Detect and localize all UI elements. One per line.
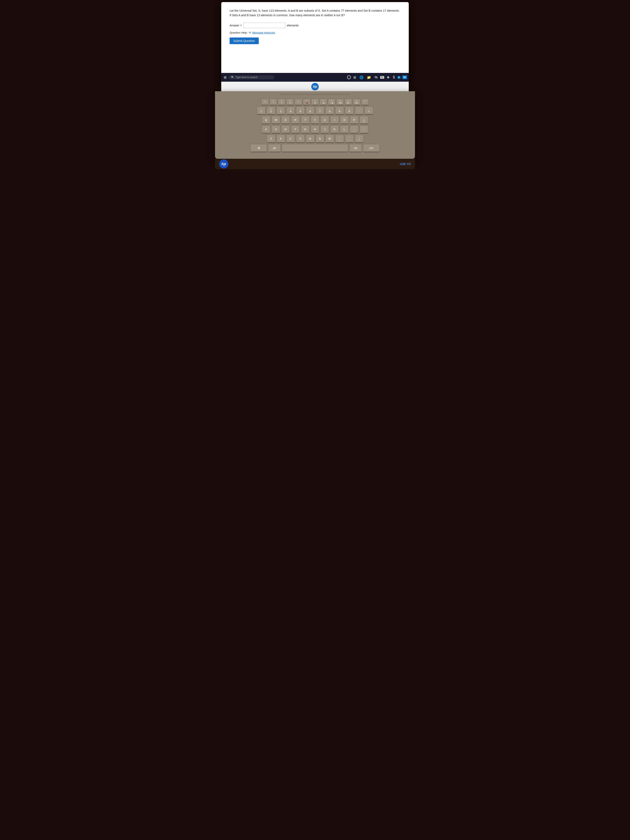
dollar-icon[interactable]: $ [392,75,396,80]
key-e[interactable]: E [281,116,290,124]
speaker-dot [349,94,350,95]
speaker-dot [340,94,341,95]
notification-badge[interactable]: 2 [397,76,401,79]
key-s[interactable]: S [272,125,280,134]
key-f1[interactable]: f1* [270,99,277,106]
mail-icon: ✉ [249,31,251,34]
key-o[interactable]: O [340,116,349,124]
key-b[interactable]: B [306,134,314,143]
key-period[interactable]: >. [345,134,354,143]
key-slash[interactable]: ?/ [355,134,363,143]
word-icon[interactable]: W [402,76,407,79]
message-instructor-link[interactable]: Message instructor [252,31,275,34]
key-f3[interactable]: f3◫ [286,99,294,106]
key-p[interactable]: P [350,116,358,124]
key-c[interactable]: C [286,134,295,143]
key-f12[interactable]: f12→ [361,99,369,106]
key-2[interactable]: @2 [267,106,275,115]
key-u[interactable]: U [321,116,329,124]
key-f5[interactable]: f5🔇 [303,99,310,106]
key-0[interactable]: )0 [345,106,354,115]
speaker-dot [311,94,312,95]
edge-icon[interactable]: 🌐 [358,75,365,80]
key-quote[interactable]: "' [360,125,368,134]
speaker-dot [335,94,335,95]
key-win[interactable]: ⊞ [250,144,267,152]
question-text: Let the Universal Set, S, have 113 eleme… [230,8,400,18]
keyboard: ? f1* f2✳ f3◫ f4 f5🔇 f6◀- f7◀ f8+◀ f9|◀◀… [217,98,413,155]
key-ctrl-right[interactable]: ctrl [363,144,380,152]
submit-question-button[interactable]: Submit Question [230,38,259,44]
key-4[interactable]: $4 [286,106,295,115]
key-a[interactable]: A [262,125,270,134]
key-f6[interactable]: f6◀- [311,99,319,106]
key-g[interactable]: G [301,125,309,134]
key-minus[interactable]: _- [355,106,363,115]
key-8[interactable]: *8 [325,106,334,115]
speaker-dot [337,94,338,95]
key-y[interactable]: Y [311,116,319,124]
key-x[interactable]: X [276,134,285,143]
key-d[interactable]: D [281,125,290,134]
key-f7[interactable]: f7◀ [320,99,327,106]
key-t[interactable]: T [301,116,309,124]
speaker-dot [292,94,293,95]
dropbox-icon[interactable]: ❖ [386,75,390,80]
key-l[interactable]: L [340,125,349,134]
key-esc[interactable]: ? [261,99,269,106]
key-lbracket[interactable]: {[ [360,116,368,124]
key-alt-left[interactable]: alt [268,144,281,152]
key-f2[interactable]: f2✳ [278,99,286,106]
key-h[interactable]: H [311,125,319,134]
speaker-dot [305,94,306,95]
key-alt-right[interactable]: alt [349,144,362,152]
speaker-dot [308,94,309,95]
key-5[interactable]: %5 [296,106,305,115]
key-f[interactable]: F [291,125,300,134]
taskbar: ⊞ 🔍 Type here to search ⊞ 🌐 📁 🛍 31 ❖ $ 2 [221,73,409,82]
key-9[interactable]: (9 [335,106,344,115]
key-i[interactable]: I [330,116,339,124]
key-6[interactable]: ^6 [306,106,314,115]
task-view-icon[interactable]: ⊞ [352,75,357,80]
key-f9[interactable]: f9|◀◀ [336,99,344,106]
search-bar[interactable]: 🔍 Type here to search [229,75,275,79]
key-w[interactable]: W [272,116,280,124]
speaker-dot [313,94,313,95]
answer-input[interactable] [243,23,285,28]
key-z[interactable]: Z [267,134,275,143]
speaker-dot [344,94,346,95]
hp-logo-bottom: hp [219,159,228,169]
key-v[interactable]: V [296,134,305,143]
key-comma[interactable]: <, [335,134,344,143]
key-3[interactable]: #3 [276,106,285,115]
key-space[interactable] [282,144,348,152]
use-text: USE YO [400,162,411,166]
speaker-dot [320,94,321,95]
key-semicolon[interactable]: :; [350,125,358,134]
speaker-dot [280,94,281,95]
file-explorer-icon[interactable]: 📁 [366,75,372,80]
speaker-dot [301,94,302,95]
key-equals[interactable]: += [365,106,373,115]
key-f11[interactable]: f11▶▶ [353,99,360,106]
calendar-badge[interactable]: 31 [380,76,384,79]
key-k[interactable]: K [330,125,339,134]
key-m[interactable]: M [325,134,334,143]
key-j[interactable]: J [321,125,329,134]
speaker-dot [330,94,331,95]
key-f10[interactable]: f10▶‖ [344,99,352,106]
windows-start-icon[interactable]: ⊞ [223,74,227,80]
store-icon[interactable]: 🛍 [374,75,379,80]
key-7[interactable]: &7 [316,106,324,115]
key-f8[interactable]: f8+◀ [328,99,335,106]
key-1[interactable]: !1 [257,106,265,115]
key-r[interactable]: R [291,116,300,124]
key-n[interactable]: N [316,134,324,143]
speaker-dot [321,94,322,95]
key-q[interactable]: Q [262,116,270,124]
asdf-row: A S D F G H J K L :; "' [218,125,412,134]
cortana-icon[interactable] [347,76,351,79]
key-f4[interactable]: f4 [295,99,302,106]
speaker-dot [318,94,319,95]
